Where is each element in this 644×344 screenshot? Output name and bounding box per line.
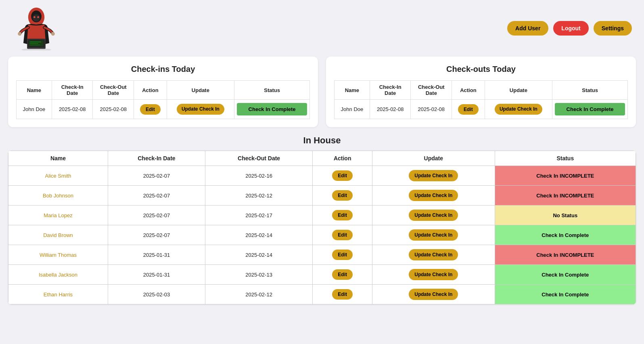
col-status: Status: [552, 81, 628, 100]
edit-button[interactable]: Edit: [140, 104, 161, 115]
cell-update: Update Check In: [372, 225, 495, 245]
logout-button[interactable]: Logout: [553, 21, 588, 36]
cell-checkout: 2025-02-14: [205, 245, 312, 265]
table-row: John Doe 2025-02-08 2025-02-08 Edit Upda…: [335, 100, 628, 119]
cell-update: Update Check In: [372, 186, 495, 206]
cell-status: Check In INCOMPLETE: [495, 186, 636, 206]
status-badge: Check In Complete: [542, 272, 589, 278]
cell-status: Check In Complete: [495, 225, 636, 245]
checkouts-today-panel: Check-outs Today Name Check-InDate Check…: [326, 57, 636, 127]
update-check-in-button[interactable]: Update Check In: [409, 289, 458, 300]
col-action: Action: [452, 81, 485, 100]
cell-status: Check In INCOMPLETE: [495, 245, 636, 265]
update-check-in-button[interactable]: Update Check In: [409, 249, 458, 260]
cell-action: Edit: [313, 186, 372, 206]
update-check-button[interactable]: Update Check In: [495, 104, 542, 115]
cell-action: Edit: [313, 245, 372, 265]
header: Add User Logout Settings: [0, 0, 644, 57]
status-badge: Check In Complete: [555, 103, 625, 115]
col-name: Name: [335, 81, 370, 100]
hacker-icon: [14, 6, 59, 50]
cell-checkout: 2025-02-17: [205, 206, 312, 225]
svg-point-13: [21, 48, 51, 51]
cell-name: Ethan Harris: [8, 285, 108, 304]
svg-point-12: [18, 32, 21, 36]
svg-point-3: [33, 16, 36, 18]
top-panels: Check-ins Today Name Check-InDate Check-…: [0, 57, 644, 135]
status-badge: No Status: [553, 212, 577, 218]
edit-button[interactable]: Edit: [332, 269, 353, 280]
col-update: Update: [372, 151, 495, 166]
checkouts-header-row: Name Check-InDate Check-OutDate Action U…: [335, 81, 628, 100]
cell-name: Bob Johnson: [8, 186, 108, 206]
cell-checkin: 2025-01-31: [108, 265, 205, 285]
col-update: Update: [485, 81, 552, 100]
status-badge: Check In INCOMPLETE: [536, 252, 594, 258]
cell-status: Check In Complete: [552, 100, 628, 119]
checkins-today-panel: Check-ins Today Name Check-InDate Check-…: [8, 57, 318, 127]
cell-update: Update Check In: [485, 100, 552, 119]
col-status: Status: [234, 81, 310, 100]
cell-name: Maria Lopez: [8, 206, 108, 225]
cell-action: Edit: [313, 285, 372, 304]
update-check-button[interactable]: Update Check In: [177, 104, 224, 115]
col-checkin-date: Check-InDate: [52, 81, 93, 100]
cell-checkout: 2025-02-12: [205, 186, 312, 206]
cell-checkout: 2025-02-16: [205, 166, 312, 186]
edit-button[interactable]: Edit: [332, 289, 353, 300]
update-check-in-button[interactable]: Update Check In: [409, 190, 458, 201]
cell-status: No Status: [495, 206, 636, 225]
cell-checkin: 2025-02-08: [52, 100, 93, 119]
status-badge: Check In INCOMPLETE: [536, 173, 594, 179]
in-house-title: In House: [8, 135, 636, 146]
edit-button[interactable]: Edit: [332, 230, 353, 240]
status-badge: Check In Complete: [542, 232, 589, 238]
edit-button[interactable]: Edit: [332, 210, 353, 220]
cell-checkout: 2025-02-08: [93, 100, 134, 119]
cell-name: William Thomas: [8, 245, 108, 265]
cell-update: Update Check In: [372, 285, 495, 304]
table-row: Alice Smith 2025-02-07 2025-02-16 Edit U…: [8, 166, 636, 186]
add-user-button[interactable]: Add User: [507, 21, 548, 36]
svg-point-2: [33, 14, 40, 21]
update-check-in-button[interactable]: Update Check In: [409, 229, 458, 241]
edit-button[interactable]: Edit: [458, 104, 479, 115]
col-checkout-date: Check-Out Date: [205, 151, 312, 166]
cell-name: John Doe: [17, 100, 52, 119]
edit-button[interactable]: Edit: [332, 190, 353, 201]
in-house-section: In House Name Check-In Date Check-Out Da…: [0, 135, 644, 313]
col-checkout-date: Check-OutDate: [411, 81, 452, 100]
in-house-header-row: Name Check-In Date Check-Out Date Action…: [8, 151, 636, 166]
cell-checkin: 2025-02-08: [370, 100, 411, 119]
checkouts-today-table: Name Check-InDate Check-OutDate Action U…: [334, 80, 628, 119]
cell-checkin: 2025-02-07: [108, 206, 205, 225]
update-check-in-button[interactable]: Update Check In: [409, 170, 458, 181]
cell-checkout: 2025-02-13: [205, 265, 312, 285]
cell-name: Alice Smith: [8, 166, 108, 186]
cell-name: David Brown: [8, 225, 108, 245]
table-row: David Brown 2025-02-07 2025-02-14 Edit U…: [8, 225, 636, 245]
edit-button[interactable]: Edit: [332, 250, 353, 260]
table-row: Isabella Jackson 2025-01-31 2025-02-13 E…: [8, 265, 636, 285]
edit-button[interactable]: Edit: [332, 170, 353, 181]
col-checkout-date: Check-OutDate: [93, 81, 134, 100]
cell-status: Check In Complete: [495, 285, 636, 304]
logo-container: [12, 4, 61, 52]
cell-action: Edit: [313, 166, 372, 186]
update-check-in-button[interactable]: Update Check In: [409, 210, 458, 221]
update-check-in-button[interactable]: Update Check In: [409, 269, 458, 280]
settings-button[interactable]: Settings: [594, 21, 632, 36]
cell-update: Update Check In: [372, 206, 495, 225]
cell-update: Update Check In: [167, 100, 234, 119]
cell-action: Edit: [313, 225, 372, 245]
status-badge: Check In Complete: [237, 103, 307, 115]
checkouts-today-title: Check-outs Today: [334, 65, 628, 74]
cell-update: Update Check In: [372, 265, 495, 285]
in-house-table: Name Check-In Date Check-Out Date Action…: [8, 151, 636, 304]
col-name: Name: [17, 81, 52, 100]
cell-checkin: 2025-02-07: [108, 186, 205, 206]
table-row: John Doe 2025-02-08 2025-02-08 Edit Upda…: [17, 100, 310, 119]
table-row: William Thomas 2025-01-31 2025-02-14 Edi…: [8, 245, 636, 265]
col-action: Action: [134, 81, 167, 100]
cell-checkin: 2025-02-07: [108, 166, 205, 186]
